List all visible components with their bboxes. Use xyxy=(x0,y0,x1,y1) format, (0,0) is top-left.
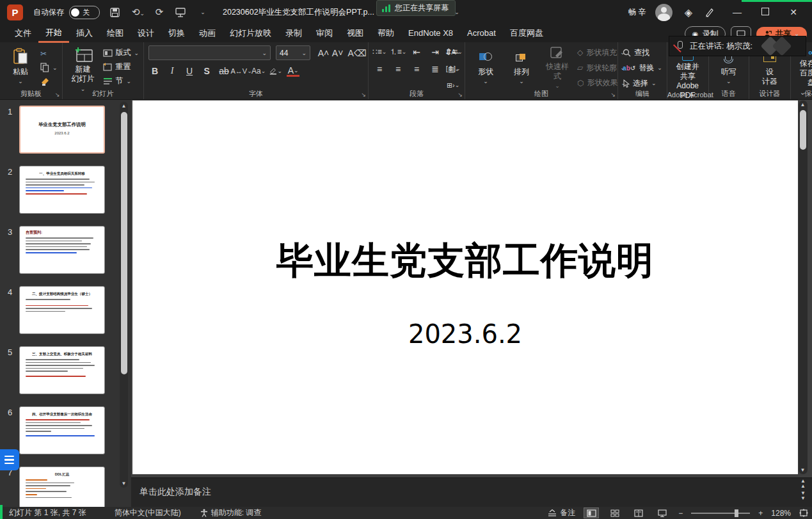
tab-help[interactable]: 帮助 xyxy=(370,25,401,42)
drawing-dialog-launcher-icon[interactable]: ↘ xyxy=(611,92,616,98)
fit-to-window-button[interactable] xyxy=(799,509,808,517)
thumbnail-slide-3[interactable]: 3 自查预判: xyxy=(0,226,131,274)
layout-button[interactable]: 版式⌄ xyxy=(103,47,139,59)
zoom-out-button[interactable]: − xyxy=(678,509,683,518)
inking-pen-icon[interactable] xyxy=(705,7,719,17)
align-right-icon[interactable]: ≡ xyxy=(410,63,423,76)
increase-font-icon[interactable]: A˄ xyxy=(317,47,330,60)
align-center-icon[interactable]: ≡ xyxy=(392,63,404,76)
copy-button[interactable]: ⌄ xyxy=(40,61,58,74)
tab-insert[interactable]: 插入 xyxy=(69,25,100,42)
strikethrough-button[interactable]: ab xyxy=(218,65,230,77)
font-color-button[interactable]: A⌄ xyxy=(287,65,299,77)
new-slide-button[interactable]: 新建 幻灯片 ⌄ xyxy=(67,45,99,89)
slide-canvas[interactable]: 毕业生党支部工作说明 2023.6.2 xyxy=(132,100,798,474)
thumbnail-slide-5[interactable]: 5 三、支部上交党员、积极分子相关材料 xyxy=(0,346,131,394)
increase-indent-icon[interactable]: ⇥ xyxy=(429,45,442,58)
slide-counter[interactable]: 幻灯片 第 1 张, 共 7 张 xyxy=(9,507,86,518)
thumbnail-scrollbar[interactable]: ▲ ▼ xyxy=(120,102,128,488)
tab-baidu[interactable]: 百度网盘 xyxy=(503,25,550,42)
normal-view-button[interactable] xyxy=(584,507,599,518)
paste-button[interactable]: 粘贴 ⌄ xyxy=(4,45,36,89)
tab-home[interactable]: 开始 xyxy=(38,24,69,43)
floating-list-button[interactable] xyxy=(0,449,19,470)
arrange-button[interactable]: 排列⌄ xyxy=(506,45,537,89)
select-button[interactable]: 选择⌄ xyxy=(623,77,662,89)
qat-customize-icon[interactable]: ⌄ xyxy=(197,9,209,15)
tab-endnote[interactable]: EndNote X8 xyxy=(401,25,460,42)
font-dialog-launcher-icon[interactable]: ↘ xyxy=(362,92,367,98)
section-button[interactable]: 节⌄ xyxy=(103,75,139,87)
slide-sorter-view-button[interactable] xyxy=(607,507,623,518)
zoom-slider-thumb[interactable] xyxy=(735,509,738,517)
thumbnail-slide-7[interactable]: 7 DDL汇总 xyxy=(0,467,131,507)
decrease-indent-icon[interactable]: ⇤ xyxy=(410,45,423,58)
thumbnail-slide-2[interactable]: 2 一、毕业生党员组织关系转移 xyxy=(0,166,131,214)
collapse-ribbon-icon[interactable]: ⌄ xyxy=(800,88,806,97)
scroll-down-icon[interactable]: ▼ xyxy=(120,481,128,486)
change-case-button[interactable]: Aa⌄ xyxy=(252,65,265,77)
tab-animations[interactable]: 动画 xyxy=(192,25,223,42)
powerpoint-logo-icon[interactable]: P xyxy=(7,4,23,20)
notes-pane[interactable]: 单击此处添加备注 xyxy=(131,477,812,507)
meet-now-icon[interactable]: ◈ xyxy=(681,6,696,19)
thumbnail-slide-4[interactable]: 4 二、统计支部结构情况毕业生（硕士） xyxy=(0,286,131,334)
italic-button[interactable]: I xyxy=(166,65,179,77)
close-button[interactable]: ✕ xyxy=(784,7,803,17)
redo-icon[interactable]: ⟳ xyxy=(154,6,165,18)
undo-icon[interactable]: ⟲⌄ xyxy=(132,6,143,18)
thumbnail-slide-1[interactable]: 1 毕业生党支部工作说明 2023.6.2 xyxy=(0,106,131,154)
decrease-font-icon[interactable]: A˅ xyxy=(331,47,344,60)
text-direction-icon[interactable]: ⇵A⌄ xyxy=(447,45,459,58)
tab-record[interactable]: 录制 xyxy=(278,25,309,42)
bold-button[interactable]: B xyxy=(148,65,161,77)
next-slide-button[interactable]: ▼▼ xyxy=(800,491,806,501)
clipboard-dialog-launcher-icon[interactable]: ↘ xyxy=(55,92,60,98)
zoom-slider[interactable] xyxy=(691,513,750,514)
thumbnail-slide-6[interactable]: 6 四、召开毕业支部最后一次组织生活会 xyxy=(0,406,131,454)
previous-slide-button[interactable]: ▲▲ xyxy=(800,479,806,489)
cut-button[interactable]: ✂ xyxy=(40,47,58,60)
editor-scrollbar[interactable]: ▲ ▼ xyxy=(799,100,808,474)
user-name[interactable]: 畅 辛 xyxy=(628,7,646,18)
tab-file[interactable]: 文件 xyxy=(8,25,38,42)
slide-title[interactable]: 毕业生党支部工作说明 xyxy=(132,236,798,286)
underline-button[interactable]: U xyxy=(183,65,196,77)
zoom-in-button[interactable]: + xyxy=(758,509,763,518)
accessibility-status[interactable]: 辅助功能: 调查 xyxy=(200,507,262,518)
restore-button[interactable] xyxy=(756,7,775,17)
font-size-combo[interactable]: 44⌄ xyxy=(276,45,310,60)
scroll-up-icon[interactable]: ▲ xyxy=(120,103,128,109)
find-button[interactable]: 查找 xyxy=(623,47,662,58)
slideshow-view-button[interactable] xyxy=(655,507,670,518)
numbering-icon[interactable]: ⒈≡⌄ xyxy=(392,45,404,58)
scroll-down-icon[interactable]: ▼ xyxy=(799,467,807,473)
user-avatar[interactable] xyxy=(655,4,673,21)
tab-design[interactable]: 设计 xyxy=(131,25,161,42)
tab-transitions[interactable]: 切换 xyxy=(161,25,192,42)
highlight-pen-button[interactable]: ⌄ xyxy=(269,65,282,77)
tab-view[interactable]: 视图 xyxy=(340,25,370,42)
scrollbar-thumb[interactable] xyxy=(121,112,127,374)
scrollbar-thumb[interactable] xyxy=(800,110,806,150)
start-slideshow-icon[interactable] xyxy=(175,8,187,17)
tab-acrobat[interactable]: Acrobat xyxy=(460,25,503,42)
quick-styles-button[interactable]: 快速样式⌄ xyxy=(541,45,573,89)
paragraph-dialog-launcher-icon[interactable]: ↘ xyxy=(458,92,463,98)
autosave-toggle[interactable]: 关 xyxy=(69,6,100,19)
tab-slideshow[interactable]: 幻灯片放映 xyxy=(223,25,278,42)
tab-draw[interactable]: 绘图 xyxy=(100,25,131,42)
bullets-icon[interactable]: ∷≡⌄ xyxy=(373,45,386,58)
reading-view-button[interactable] xyxy=(631,507,646,518)
replace-button[interactable]: ab↺ 替换⌄ xyxy=(623,62,662,74)
shapes-button[interactable]: 形状⌄ xyxy=(470,45,502,89)
char-spacing-button[interactable]: A↔V⌄ xyxy=(235,65,248,77)
zoom-level[interactable]: 128% xyxy=(771,509,791,518)
tab-review[interactable]: 审阅 xyxy=(309,25,340,42)
save-icon[interactable] xyxy=(110,8,122,17)
scroll-up-icon[interactable]: ▲ xyxy=(799,102,807,108)
align-left-icon[interactable]: ≡ xyxy=(373,63,386,76)
align-text-icon[interactable]: [⇕]⌄ xyxy=(447,62,459,75)
language-indicator[interactable]: 简体中文(中国大陆) xyxy=(115,507,181,518)
slide-date[interactable]: 2023.6.2 xyxy=(132,319,798,349)
